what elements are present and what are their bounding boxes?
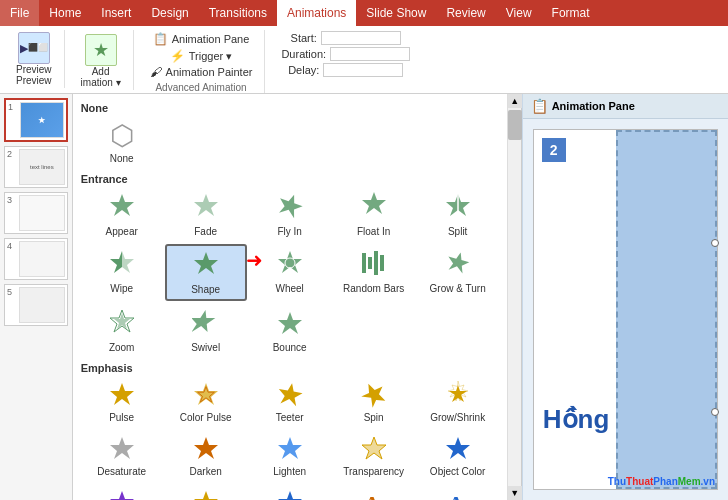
grow-turn-icon [444, 249, 472, 282]
slide-num-4: 4 [7, 241, 17, 251]
menu-file[interactable]: File [0, 0, 39, 26]
anim-bounce[interactable]: Bounce [249, 303, 331, 358]
anim-float-in[interactable]: Float In [333, 187, 415, 242]
anim-color-pulse[interactable]: Color Pulse [165, 376, 247, 428]
anim-brush-color[interactable]: A Brush Color [333, 484, 415, 500]
slide-thumb-5[interactable]: 5 [4, 284, 68, 326]
slide-content-area: 2 Hồng ThuThuatPhanMem.vn [533, 129, 718, 490]
complement-icon [108, 489, 136, 500]
slide-thumb-1[interactable]: 1 ★ [4, 98, 68, 142]
svg-marker-19 [278, 312, 302, 334]
svg-marker-3 [362, 192, 386, 214]
slide-thumb-2[interactable]: 2 text lines [4, 146, 68, 188]
anim-fill-color[interactable]: Fill Color [249, 484, 331, 500]
scroll-bar[interactable]: ▲ ▼ [507, 94, 521, 500]
anim-complement[interactable]: Compleme... [81, 484, 163, 500]
handle-mid-right[interactable] [711, 239, 719, 247]
duration-control[interactable]: Duration: [277, 46, 414, 62]
preview-button[interactable]: ▶⬛⬜ Preview Preview [12, 30, 56, 88]
slide-thumb-3[interactable]: 3 [4, 192, 68, 234]
anim-teeter[interactable]: Teeter [249, 376, 331, 428]
entrance-row-1: Appear Fade Fly In [81, 187, 499, 242]
anim-desaturate[interactable]: Desaturate [81, 430, 163, 482]
wheel-icon [276, 249, 304, 282]
object-color-label: Object Color [430, 466, 486, 477]
svg-marker-8 [194, 252, 218, 274]
start-input[interactable] [321, 31, 401, 45]
scroll-thumb[interactable] [508, 110, 522, 140]
svg-rect-7 [122, 249, 136, 277]
duration-label: Duration: [281, 48, 326, 60]
menu-format[interactable]: Format [542, 0, 600, 26]
anim-line-color[interactable]: Line Color [165, 484, 247, 500]
slide-content-inner: 2 Hồng ThuThuatPhanMem.vn [534, 130, 717, 489]
anim-transparency[interactable]: Transparency [333, 430, 415, 482]
svg-marker-15 [445, 250, 471, 275]
float-in-icon [360, 192, 388, 225]
anim-lighten[interactable]: Lighten [249, 430, 331, 482]
anim-pulse[interactable]: Pulse [81, 376, 163, 428]
anim-wipe[interactable]: Wipe [81, 244, 163, 301]
animation-painter-button[interactable]: 🖌 Animation Painter [146, 64, 257, 80]
animation-pane-button[interactable]: 📋 Animation Pane [149, 30, 254, 48]
trigger-icon: ⚡ [170, 49, 185, 63]
svg-rect-11 [362, 253, 366, 273]
menu-animations[interactable]: Animations [277, 0, 356, 26]
appear-label: Appear [106, 226, 138, 237]
svg-text:A: A [364, 491, 380, 500]
scroll-down-button[interactable]: ▼ [508, 486, 522, 500]
anim-darken[interactable]: Darken [165, 430, 247, 482]
anim-random-bars[interactable]: Random Bars [333, 244, 415, 301]
start-control[interactable]: Start: [287, 30, 405, 46]
anim-wheel[interactable]: Wheel [249, 244, 331, 301]
anim-font-color[interactable]: A Font Color [417, 484, 499, 500]
spin-label: Spin [364, 412, 384, 423]
svg-marker-32 [446, 437, 470, 459]
animation-panel: None ⬡ None Entrance Appear [73, 94, 507, 500]
trigger-button[interactable]: ⚡ Trigger ▾ [166, 48, 237, 64]
menu-slideshow[interactable]: Slide Show [356, 0, 436, 26]
scroll-up-button[interactable]: ▲ [508, 94, 522, 108]
lighten-icon [276, 435, 304, 465]
anim-appear[interactable]: Appear [81, 187, 163, 242]
anim-spin[interactable]: Spin [333, 376, 415, 428]
svg-marker-29 [278, 437, 302, 459]
anim-fly-in[interactable]: Fly In [249, 187, 331, 242]
svg-rect-13 [374, 251, 378, 275]
random-bars-label: Random Bars [343, 283, 404, 294]
grow-shrink-icon [444, 381, 472, 411]
menu-review[interactable]: Review [436, 0, 495, 26]
menu-view[interactable]: View [496, 0, 542, 26]
desaturate-icon [108, 435, 136, 465]
svg-marker-23 [276, 381, 303, 407]
shape-label: Shape [191, 284, 220, 295]
anim-fade[interactable]: Fade [165, 187, 247, 242]
anim-grow-shrink[interactable]: Grow/Shrink [417, 376, 499, 428]
menu-insert[interactable]: Insert [91, 0, 141, 26]
random-bars-icon [360, 249, 388, 282]
pulse-icon [108, 381, 136, 411]
duration-input[interactable] [330, 47, 410, 61]
svg-marker-33 [110, 491, 134, 500]
menu-design[interactable]: Design [141, 0, 198, 26]
line-color-icon [192, 489, 220, 500]
darken-icon [192, 435, 220, 465]
menu-home[interactable]: Home [39, 0, 91, 26]
anim-object-color[interactable]: Object Color [417, 430, 499, 482]
anim-swivel[interactable]: Swivel [165, 303, 247, 358]
delay-control[interactable]: Delay: [284, 62, 407, 78]
appear-icon [108, 192, 136, 225]
add-animation-button[interactable]: ★ Add imation ▾ [77, 32, 125, 90]
anim-shape[interactable]: Shape ➜ [165, 244, 247, 301]
anim-split[interactable]: Split [417, 187, 499, 242]
menu-transitions[interactable]: Transitions [199, 0, 277, 26]
anim-grow-turn[interactable]: Grow & Turn [417, 244, 499, 301]
slide-thumb-4[interactable]: 4 [4, 238, 68, 280]
anim-zoom[interactable]: Zoom [81, 303, 163, 358]
delay-input[interactable] [323, 63, 403, 77]
preview-icon: ▶⬛⬜ [18, 32, 50, 64]
wipe-label: Wipe [110, 283, 133, 294]
slide-num-5: 5 [7, 287, 17, 297]
anim-none[interactable]: ⬡ None [81, 116, 163, 169]
handle-lower-right[interactable] [711, 408, 719, 416]
